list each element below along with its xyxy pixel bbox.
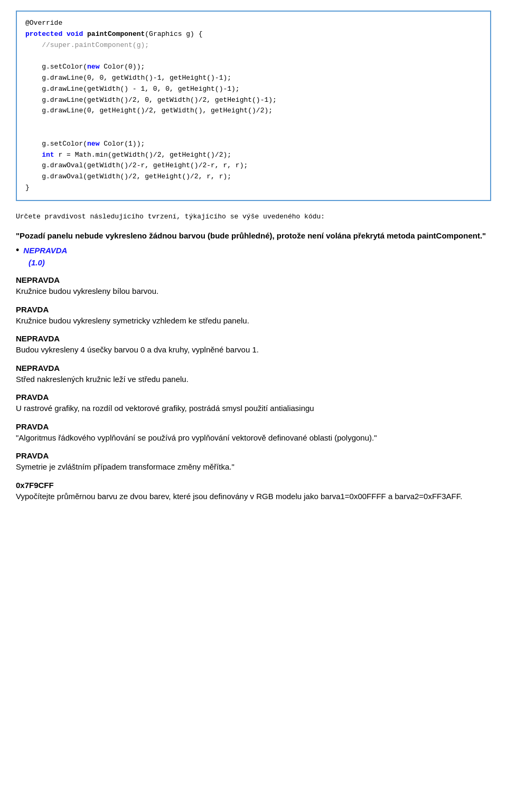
code-line-comment: //super.paintComponent(g); xyxy=(25,40,482,51)
item-text: U rastrové grafiky, na rozdíl od vektoro… xyxy=(16,403,491,415)
list-item: PRAVDASymetrie je zvláštním případem tra… xyxy=(16,451,491,473)
main-statement-text: "Pozadí panelu nebude vykresleno žádnou … xyxy=(16,230,491,242)
item-text: "Algoritmus řádkového vyplňování se použ… xyxy=(16,432,491,444)
verdict-label: PRAVDA xyxy=(16,305,491,314)
code-line-blank xyxy=(25,117,482,128)
main-score: (1.0) xyxy=(29,258,491,267)
code-line: protected void paintComponent(Graphics g… xyxy=(25,29,482,40)
code-line: g.drawOval(getWidth()/2-r, getHeight()/2… xyxy=(25,160,482,171)
list-item: NEPRAVDAKružnice budou vykresleny bílou … xyxy=(16,275,491,298)
verdict-label: PRAVDA xyxy=(16,393,491,402)
verdict-label: NEPRAVDA xyxy=(16,275,491,284)
verdict-label: NEPRAVDA xyxy=(16,334,491,343)
code-line: g.drawOval(getWidth()/2, getHeight()/2, … xyxy=(25,171,482,183)
code-line: g.setColor(new Color(1)); xyxy=(25,139,482,150)
code-line: g.setColor(new Color(0)); xyxy=(25,62,482,73)
verdict-label: NEPRAVDA xyxy=(16,364,491,372)
code-block: @Override protected void paintComponent(… xyxy=(16,11,491,201)
item-text: Střed nakreslených kružnic leží ve střed… xyxy=(16,374,491,386)
bullet-icon: • xyxy=(16,245,19,256)
verdict-label: PRAVDA xyxy=(16,451,491,460)
code-line-blank xyxy=(25,51,482,62)
list-item: 0x7F9CFFVypočítejte průměrnou barvu ze d… xyxy=(16,481,491,503)
main-answer-row: • NEPRAVDA xyxy=(16,246,491,256)
main-answer-label: NEPRAVDA xyxy=(23,246,67,255)
list-item: PRAVDAKružnice budou vykresleny symetric… xyxy=(16,305,491,327)
item-text: Symetrie je zvláštním případem transform… xyxy=(16,461,491,473)
code-line: int r = Math.min(getWidth()/2, getHeight… xyxy=(25,150,482,161)
list-item: NEPRAVDABudou vykresleny 4 úsečky barvou… xyxy=(16,334,491,356)
verdict-label: 0x7F9CFF xyxy=(16,481,491,490)
code-line: g.drawLine(getWidth() - 1, 0, 0, getHeig… xyxy=(25,84,482,95)
code-line: @Override xyxy=(25,18,482,29)
item-text: Kružnice budou vykresleny bílou barvou. xyxy=(16,285,491,298)
code-line: g.drawLine(0, 0, getWidth()-1, getHeight… xyxy=(25,73,482,84)
items-container: NEPRAVDAKružnice budou vykresleny bílou … xyxy=(16,275,491,502)
code-line: g.drawLine(0, getHeight()/2, getWidth(),… xyxy=(25,106,482,117)
list-item: NEPRAVDAStřed nakreslených kružnic leží … xyxy=(16,364,491,386)
question-intro: Určete pravdivost následujícího tvrzení,… xyxy=(16,212,491,223)
code-line: g.drawLine(getWidth()/2, 0, getWidth()/2… xyxy=(25,95,482,106)
verdict-label: PRAVDA xyxy=(16,422,491,431)
item-text: Vypočítejte průměrnou barvu ze dvou bare… xyxy=(16,491,491,503)
item-text: Kružnice budou vykresleny symetricky vzh… xyxy=(16,315,491,327)
code-line-closing: } xyxy=(25,183,482,194)
code-line-blank xyxy=(25,128,482,139)
item-text: Budou vykresleny 4 úsečky barvou 0 a dva… xyxy=(16,344,491,356)
list-item: PRAVDAU rastrové grafiky, na rozdíl od v… xyxy=(16,393,491,415)
main-statement-block: "Pozadí panelu nebude vykresleno žádnou … xyxy=(16,230,491,268)
list-item: PRAVDA"Algoritmus řádkového vyplňování s… xyxy=(16,422,491,444)
